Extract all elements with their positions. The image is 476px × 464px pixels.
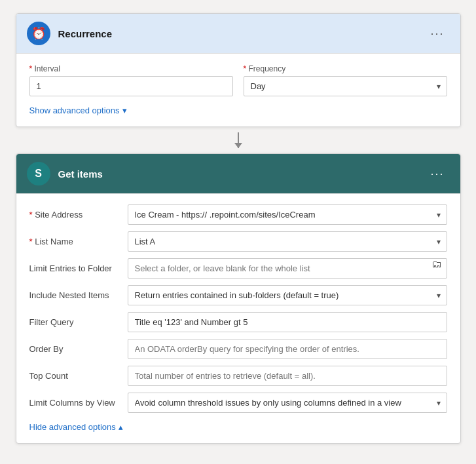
- hide-advanced-chevron-icon: ▴: [119, 422, 123, 432]
- nested-items-row: Include Nested Items Return entries cont…: [29, 285, 447, 305]
- limit-folder-input[interactable]: [128, 258, 447, 279]
- order-by-input[interactable]: [128, 339, 447, 359]
- limit-folder-wrapper: 🗂: [128, 258, 447, 279]
- limit-columns-label: Limit Columns by View: [29, 398, 128, 408]
- limit-folder-row: Limit Entries to Folder 🗂: [29, 258, 447, 279]
- recurrence-body: Interval Frequency Day Week Month ▾: [16, 53, 460, 126]
- top-count-row: Top Count: [29, 366, 447, 386]
- filter-query-wrapper: [128, 312, 447, 332]
- list-name-wrapper: List A ▾: [128, 231, 447, 252]
- get-items-body: Site Address Ice Cream - https:// .repoi…: [16, 193, 460, 443]
- top-count-wrapper: [128, 366, 447, 386]
- hide-advanced-wrapper: Hide advanced options ▴: [29, 419, 447, 433]
- site-address-select[interactable]: Ice Cream - https:// .repoint.com/sites/…: [128, 204, 447, 225]
- site-address-wrapper: Ice Cream - https:// .repoint.com/sites/…: [128, 204, 447, 225]
- order-by-wrapper: [128, 339, 447, 359]
- recurrence-icon-circle: ⏰: [27, 22, 50, 45]
- filter-query-label: Filter Query: [29, 317, 128, 327]
- order-by-label: Order By: [29, 344, 128, 354]
- limit-columns-select[interactable]: Avoid column threshold issues by only us…: [128, 393, 447, 413]
- interval-label: Interval: [29, 64, 233, 73]
- site-address-row: Site Address Ice Cream - https:// .repoi…: [29, 204, 447, 225]
- show-advanced-chevron-icon: ▾: [122, 106, 127, 115]
- top-count-label: Top Count: [29, 371, 128, 381]
- interval-input[interactable]: [29, 76, 233, 96]
- limit-columns-wrapper: Avoid column threshold issues by only us…: [128, 393, 447, 413]
- get-items-header: S Get items ···: [16, 154, 460, 193]
- hide-advanced-button[interactable]: Hide advanced options ▴: [29, 422, 123, 432]
- flow-container: ⏰ Recurrence ··· Interval Frequency Day …: [16, 13, 461, 444]
- get-items-more-button[interactable]: ···: [425, 164, 449, 184]
- top-count-input[interactable]: [128, 366, 447, 386]
- get-items-icon-circle: S: [27, 162, 50, 185]
- arrow-connector: [238, 127, 239, 153]
- recurrence-fields-row: Interval Frequency Day Week Month ▾: [29, 64, 447, 96]
- recurrence-header: ⏰ Recurrence ···: [16, 14, 460, 53]
- show-advanced-label: Show advanced options: [29, 106, 120, 115]
- clock-icon: ⏰: [31, 26, 46, 41]
- get-items-card: S Get items ··· Site Address Ice Cream -…: [16, 153, 461, 444]
- show-advanced-button[interactable]: Show advanced options ▾: [29, 106, 127, 115]
- list-name-row: List Name List A ▾: [29, 231, 447, 252]
- sharepoint-icon: S: [35, 168, 42, 180]
- hide-advanced-label: Hide advanced options: [29, 422, 116, 432]
- limit-columns-row: Limit Columns by View Avoid column thres…: [29, 393, 447, 413]
- arrow-down: [238, 132, 239, 148]
- get-items-title: Get items: [58, 168, 418, 180]
- filter-query-row: Filter Query: [29, 312, 447, 332]
- order-by-row: Order By: [29, 339, 447, 359]
- frequency-label: Frequency: [244, 64, 447, 73]
- nested-items-label: Include Nested Items: [29, 290, 128, 300]
- filter-query-input[interactable]: [128, 312, 447, 332]
- limit-folder-label: Limit Entries to Folder: [29, 263, 128, 273]
- nested-items-wrapper: Return entries contained in sub-folders …: [128, 285, 447, 305]
- list-name-label: List Name: [29, 237, 128, 246]
- interval-group: Interval: [29, 64, 233, 96]
- recurrence-more-button[interactable]: ···: [425, 24, 449, 43]
- frequency-group: Frequency Day Week Month ▾: [244, 64, 447, 96]
- site-address-label: Site Address: [29, 210, 128, 220]
- list-name-select[interactable]: List A: [128, 231, 447, 252]
- nested-items-select[interactable]: Return entries contained in sub-folders …: [128, 285, 447, 305]
- frequency-select-wrapper: Day Week Month ▾: [244, 76, 447, 96]
- recurrence-card: ⏰ Recurrence ··· Interval Frequency Day …: [16, 13, 461, 127]
- frequency-select[interactable]: Day Week Month: [244, 76, 447, 96]
- recurrence-title: Recurrence: [58, 28, 418, 39]
- folder-icon-button[interactable]: 🗂: [431, 258, 442, 270]
